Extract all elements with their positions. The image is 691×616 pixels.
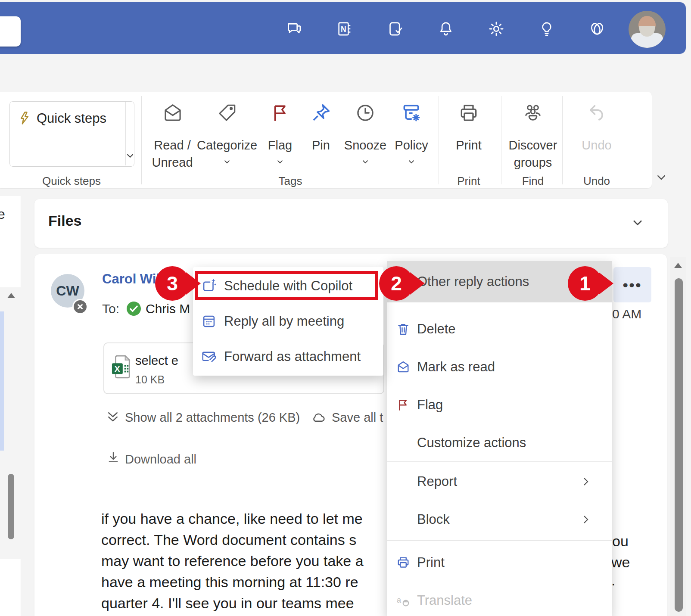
email-time: 0 AM (612, 307, 641, 321)
menu-separator (387, 540, 612, 541)
mail-attachment-icon (201, 348, 217, 365)
printer-icon (395, 555, 411, 570)
list-scroll-up-icon[interactable] (7, 293, 15, 298)
ribbon-expand-chevron-icon[interactable] (654, 170, 669, 184)
svg-text:N: N (341, 25, 346, 34)
top-app-bar: N (0, 2, 686, 54)
to-label: To: (102, 302, 119, 316)
menu-item-customize-actions[interactable]: Customize actions (387, 426, 612, 459)
attachment-size: 10 KB (135, 373, 165, 386)
email-sender-name[interactable]: Carol Wil (102, 271, 160, 287)
trash-icon (395, 321, 411, 337)
quick-steps-label: Quick steps (37, 111, 106, 126)
menu-item-reply-all-by-meeting[interactable]: Reply all by meeting (193, 305, 383, 338)
body-fragment: we (611, 554, 630, 571)
annotation-step-2: 2 (379, 266, 414, 301)
menu-item-block[interactable]: Block (387, 503, 612, 536)
chevron-down-icon (361, 157, 370, 166)
message-list-pane-edge: e (0, 196, 21, 287)
download-all-link[interactable]: Download all (125, 452, 196, 467)
body-line: may want to reference before you take a (101, 553, 364, 569)
attachment-name: select e (135, 354, 178, 368)
chevron-right-icon (579, 513, 593, 526)
excel-file-icon: X (111, 355, 131, 379)
chevron-down-icon (222, 157, 232, 166)
annotation-highlight-box (195, 271, 378, 300)
chevron-down-icon (275, 157, 285, 166)
calendar-icon (201, 313, 217, 330)
main-scroll-up-icon[interactable] (674, 263, 682, 268)
group-label-undo: Undo (575, 174, 618, 188)
notifications-bell-icon[interactable] (437, 20, 454, 37)
lightning-icon (17, 110, 32, 126)
ribbon-toolbar: Quick steps Quick steps Read / Unread Ca… (0, 92, 652, 188)
menu-separator (387, 461, 612, 462)
group-label-find: Find (503, 174, 563, 188)
flag-icon (269, 102, 291, 124)
files-collapse-chevron-icon[interactable] (630, 215, 645, 230)
main-scrollbar-thumb[interactable] (675, 278, 683, 612)
group-label-quick-steps: Quick steps (28, 174, 115, 188)
chevron-down-icon (407, 157, 416, 166)
flag-icon (395, 397, 411, 413)
tips-lightbulb-icon[interactable] (538, 20, 555, 37)
body-line: if you have a chance, like need to let m… (101, 510, 363, 527)
people-icon (522, 102, 544, 124)
menu-item-delete[interactable]: Delete (387, 313, 612, 345)
cloud-icon (310, 409, 327, 426)
files-section-title: Files (48, 212, 81, 229)
menu-item-flag[interactable]: Flag (387, 389, 612, 421)
undo-icon (586, 102, 607, 124)
menu-item-forward-as-attachment[interactable]: Forward as attachment (193, 340, 383, 373)
clipped-list-text: e (0, 206, 5, 222)
translate-icon: a (395, 593, 411, 608)
annotation-arrow-icon (186, 272, 201, 295)
menu-item-mark-as-read[interactable]: Mark as read (387, 351, 612, 383)
body-fragment: . (611, 572, 615, 589)
mail-open-icon (395, 359, 411, 375)
email-recipient[interactable]: Chris M (146, 302, 190, 316)
message-list-pane-edge-lower (0, 559, 21, 616)
menu-item-report[interactable]: Report (387, 465, 612, 498)
reply-actions-context-menu: Other reply actions Delete Mark as read … (387, 261, 612, 616)
more-actions-button[interactable]: ••• (613, 267, 651, 302)
group-label-tags: Tags (247, 174, 333, 188)
download-icon (106, 450, 121, 465)
annotation-arrow-icon (410, 272, 425, 295)
chevron-right-icon (579, 475, 593, 488)
mail-open-icon (162, 102, 184, 124)
clock-icon (355, 102, 376, 124)
show-all-attachments-link[interactable]: Show all 2 attachments (26 KB) (125, 411, 300, 425)
svg-text:X: X (115, 364, 120, 373)
pin-icon (310, 102, 332, 124)
quick-steps-gallery[interactable]: Quick steps (9, 101, 134, 167)
menu-item-translate[interactable]: a Translate (387, 585, 612, 616)
archive-policy-icon (401, 102, 422, 124)
body-line: correct. The Word document contains s (101, 532, 356, 548)
body-line: have a meeting this morning at 11:30 re (101, 574, 358, 591)
menu-item-print[interactable]: Print (387, 546, 612, 579)
group-label-print: Print (447, 174, 490, 188)
double-chevron-down-icon[interactable] (105, 409, 121, 425)
onenote-icon[interactable]: N (336, 20, 353, 37)
annotation-arrow-icon (599, 272, 613, 295)
save-all-link[interactable]: Save all t (332, 411, 383, 425)
body-fragment: ou (612, 533, 629, 550)
list-scrollbar-thumb[interactable] (8, 474, 14, 539)
presence-blocked-icon (72, 299, 88, 314)
copilot-icon[interactable] (588, 20, 606, 37)
annotation-step-3: 3 (155, 266, 190, 301)
settings-gear-icon[interactable] (488, 20, 505, 37)
todo-icon[interactable] (387, 20, 404, 37)
feedback-icon[interactable] (286, 20, 303, 37)
chevron-down-icon[interactable] (125, 150, 136, 161)
search-box-edge[interactable] (0, 16, 21, 47)
printer-icon (458, 102, 479, 124)
selected-message-strip (0, 311, 4, 451)
presence-available-icon (127, 302, 141, 316)
tag-icon (216, 102, 238, 124)
files-section: Files (34, 199, 668, 248)
svg-text:a: a (397, 596, 402, 604)
user-avatar[interactable] (629, 11, 666, 48)
annotation-step-1: 1 (568, 266, 602, 301)
